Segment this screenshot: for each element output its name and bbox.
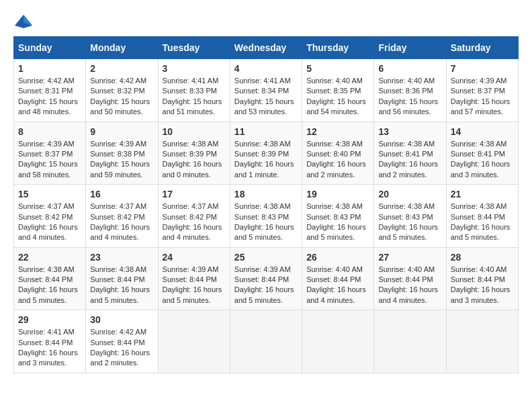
day-number: 25 bbox=[234, 252, 298, 263]
calendar-cell: 16Sunrise: 4:37 AMSunset: 8:42 PMDayligh… bbox=[86, 185, 158, 248]
cell-content: Sunrise: 4:38 AMSunset: 8:44 PMDaylight:… bbox=[90, 265, 153, 306]
calendar-cell: 28Sunrise: 4:40 AMSunset: 8:44 PMDayligh… bbox=[446, 247, 518, 310]
day-number: 23 bbox=[90, 252, 153, 263]
cell-content: Sunrise: 4:40 AMSunset: 8:36 PMDaylight:… bbox=[378, 76, 441, 118]
day-number: 11 bbox=[234, 126, 298, 137]
cell-content: Sunrise: 4:37 AMSunset: 8:42 PMDaylight:… bbox=[90, 201, 153, 243]
calendar-cell: 12Sunrise: 4:38 AMSunset: 8:40 PMDayligh… bbox=[302, 122, 374, 185]
calendar-cell: 8Sunrise: 4:39 AMSunset: 8:37 PMDaylight… bbox=[14, 122, 86, 185]
calendar-cell: 24Sunrise: 4:39 AMSunset: 8:44 PMDayligh… bbox=[158, 247, 230, 310]
day-number: 4 bbox=[234, 63, 298, 74]
calendar-cell: 23Sunrise: 4:38 AMSunset: 8:44 PMDayligh… bbox=[86, 247, 158, 310]
day-number: 20 bbox=[378, 189, 441, 199]
day-header-saturday: Saturday bbox=[446, 37, 518, 59]
day-number: 6 bbox=[378, 63, 441, 74]
day-number: 17 bbox=[163, 189, 226, 199]
day-number: 12 bbox=[306, 126, 369, 137]
calendar-cell bbox=[158, 310, 230, 373]
calendar-cell: 7Sunrise: 4:39 AMSunset: 8:37 PMDaylight… bbox=[446, 59, 518, 122]
calendar-cell: 26Sunrise: 4:40 AMSunset: 8:44 PMDayligh… bbox=[302, 247, 374, 310]
cell-content: Sunrise: 4:38 AMSunset: 8:43 PMDaylight:… bbox=[306, 201, 369, 243]
calendar-cell: 15Sunrise: 4:37 AMSunset: 8:42 PMDayligh… bbox=[14, 185, 86, 248]
cell-content: Sunrise: 4:39 AMSunset: 8:44 PMDaylight:… bbox=[163, 265, 226, 306]
logo bbox=[13, 13, 36, 30]
calendar-cell: 4Sunrise: 4:41 AMSunset: 8:34 PMDaylight… bbox=[230, 59, 302, 122]
calendar-cell: 2Sunrise: 4:42 AMSunset: 8:32 PMDaylight… bbox=[86, 59, 158, 122]
cell-content: Sunrise: 4:38 AMSunset: 8:41 PMDaylight:… bbox=[451, 139, 514, 181]
calendar-cell: 14Sunrise: 4:38 AMSunset: 8:41 PMDayligh… bbox=[446, 122, 518, 185]
day-number: 27 bbox=[378, 252, 441, 263]
cell-content: Sunrise: 4:38 AMSunset: 8:43 PMDaylight:… bbox=[234, 201, 298, 243]
calendar-cell bbox=[302, 310, 374, 373]
cell-content: Sunrise: 4:37 AMSunset: 8:42 PMDaylight:… bbox=[163, 201, 226, 243]
cell-content: Sunrise: 4:38 AMSunset: 8:40 PMDaylight:… bbox=[306, 139, 369, 181]
day-number: 28 bbox=[451, 252, 514, 263]
calendar-cell: 30Sunrise: 4:42 AMSunset: 8:44 PMDayligh… bbox=[86, 310, 158, 373]
calendar-cell: 1Sunrise: 4:42 AMSunset: 8:31 PMDaylight… bbox=[14, 59, 86, 122]
cell-content: Sunrise: 4:38 AMSunset: 8:44 PMDaylight:… bbox=[451, 201, 514, 243]
calendar-table: SundayMondayTuesdayWednesdayThursdayFrid… bbox=[13, 36, 519, 373]
day-number: 7 bbox=[451, 63, 514, 74]
cell-content: Sunrise: 4:41 AMSunset: 8:34 PMDaylight:… bbox=[234, 76, 298, 118]
day-header-wednesday: Wednesday bbox=[230, 37, 302, 59]
calendar-cell: 21Sunrise: 4:38 AMSunset: 8:44 PMDayligh… bbox=[446, 185, 518, 248]
day-number: 24 bbox=[163, 252, 226, 263]
day-number: 18 bbox=[234, 189, 298, 199]
day-number: 8 bbox=[18, 126, 81, 137]
cell-content: Sunrise: 4:42 AMSunset: 8:32 PMDaylight:… bbox=[90, 76, 153, 118]
calendar-cell: 29Sunrise: 4:41 AMSunset: 8:44 PMDayligh… bbox=[14, 310, 86, 373]
calendar-cell: 19Sunrise: 4:38 AMSunset: 8:43 PMDayligh… bbox=[302, 185, 374, 248]
cell-content: Sunrise: 4:41 AMSunset: 8:33 PMDaylight:… bbox=[163, 76, 226, 118]
day-number: 29 bbox=[18, 314, 81, 325]
cell-content: Sunrise: 4:40 AMSunset: 8:44 PMDaylight:… bbox=[378, 265, 441, 306]
cell-content: Sunrise: 4:38 AMSunset: 8:39 PMDaylight:… bbox=[163, 139, 226, 181]
day-number: 9 bbox=[90, 126, 153, 137]
cell-content: Sunrise: 4:40 AMSunset: 8:44 PMDaylight:… bbox=[306, 265, 369, 306]
day-header-monday: Monday bbox=[86, 37, 158, 59]
day-number: 15 bbox=[18, 189, 81, 199]
cell-content: Sunrise: 4:39 AMSunset: 8:44 PMDaylight:… bbox=[234, 265, 298, 306]
day-number: 14 bbox=[451, 126, 514, 137]
calendar-cell: 27Sunrise: 4:40 AMSunset: 8:44 PMDayligh… bbox=[374, 247, 446, 310]
cell-content: Sunrise: 4:38 AMSunset: 8:44 PMDaylight:… bbox=[18, 265, 81, 306]
calendar-cell: 13Sunrise: 4:38 AMSunset: 8:41 PMDayligh… bbox=[374, 122, 446, 185]
day-number: 13 bbox=[378, 126, 441, 137]
calendar-cell bbox=[374, 310, 446, 373]
day-number: 3 bbox=[163, 63, 226, 74]
day-number: 21 bbox=[451, 189, 514, 199]
calendar-cell: 20Sunrise: 4:38 AMSunset: 8:43 PMDayligh… bbox=[374, 185, 446, 248]
calendar-cell: 3Sunrise: 4:41 AMSunset: 8:33 PMDaylight… bbox=[158, 59, 230, 122]
calendar-cell: 17Sunrise: 4:37 AMSunset: 8:42 PMDayligh… bbox=[158, 185, 230, 248]
calendar-cell: 6Sunrise: 4:40 AMSunset: 8:36 PMDaylight… bbox=[374, 59, 446, 122]
cell-content: Sunrise: 4:42 AMSunset: 8:31 PMDaylight:… bbox=[18, 76, 81, 118]
calendar-cell bbox=[230, 310, 302, 373]
cell-content: Sunrise: 4:42 AMSunset: 8:44 PMDaylight:… bbox=[90, 327, 153, 369]
calendar-cell: 10Sunrise: 4:38 AMSunset: 8:39 PMDayligh… bbox=[158, 122, 230, 185]
cell-content: Sunrise: 4:39 AMSunset: 8:37 PMDaylight:… bbox=[451, 76, 514, 118]
calendar-cell: 11Sunrise: 4:38 AMSunset: 8:39 PMDayligh… bbox=[230, 122, 302, 185]
day-number: 19 bbox=[306, 189, 369, 199]
day-number: 5 bbox=[306, 63, 369, 74]
day-number: 2 bbox=[90, 63, 153, 74]
calendar-cell: 25Sunrise: 4:39 AMSunset: 8:44 PMDayligh… bbox=[230, 247, 302, 310]
day-number: 26 bbox=[306, 252, 369, 263]
day-header-sunday: Sunday bbox=[14, 37, 86, 59]
day-number: 22 bbox=[18, 252, 81, 263]
calendar-cell: 5Sunrise: 4:40 AMSunset: 8:35 PMDaylight… bbox=[302, 59, 374, 122]
day-header-thursday: Thursday bbox=[302, 37, 374, 59]
cell-content: Sunrise: 4:38 AMSunset: 8:43 PMDaylight:… bbox=[378, 201, 441, 243]
calendar-cell: 9Sunrise: 4:39 AMSunset: 8:38 PMDaylight… bbox=[86, 122, 158, 185]
day-header-friday: Friday bbox=[374, 37, 446, 59]
cell-content: Sunrise: 4:41 AMSunset: 8:44 PMDaylight:… bbox=[18, 327, 81, 369]
calendar-cell: 18Sunrise: 4:38 AMSunset: 8:43 PMDayligh… bbox=[230, 185, 302, 248]
cell-content: Sunrise: 4:40 AMSunset: 8:44 PMDaylight:… bbox=[451, 265, 514, 306]
day-number: 16 bbox=[90, 189, 153, 199]
calendar-cell bbox=[446, 310, 518, 373]
day-number: 30 bbox=[90, 314, 153, 325]
cell-content: Sunrise: 4:40 AMSunset: 8:35 PMDaylight:… bbox=[306, 76, 369, 118]
day-number: 10 bbox=[163, 126, 226, 137]
cell-content: Sunrise: 4:39 AMSunset: 8:38 PMDaylight:… bbox=[90, 139, 153, 181]
page-header bbox=[13, 13, 519, 30]
day-number: 1 bbox=[18, 63, 81, 74]
cell-content: Sunrise: 4:37 AMSunset: 8:42 PMDaylight:… bbox=[18, 201, 81, 243]
